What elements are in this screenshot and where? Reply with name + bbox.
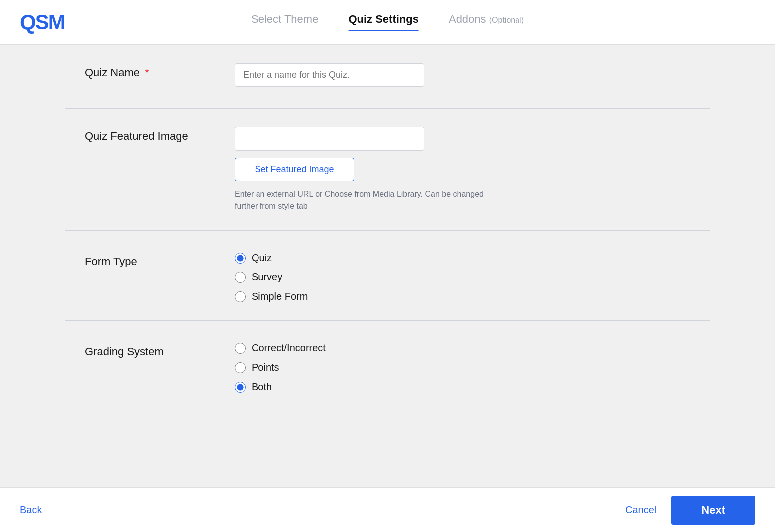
form-type-label: Form Type — [85, 252, 235, 268]
form-type-survey-option[interactable]: Survey — [235, 271, 690, 283]
main-content: Quiz Name * Quiz Featured Image Set Feat… — [0, 45, 775, 487]
featured-image-content: Set Featured Image Enter an external URL… — [235, 127, 690, 212]
quiz-name-content — [235, 63, 690, 87]
next-button[interactable]: Next — [671, 496, 755, 525]
cancel-button[interactable]: Cancel — [625, 504, 656, 516]
page-footer: Back Cancel Next — [0, 487, 775, 532]
grading-both-radio[interactable] — [235, 382, 246, 393]
main-navigation: Select Theme Quiz Settings Addons (Optio… — [251, 13, 524, 31]
featured-image-row: Quiz Featured Image Set Featured Image E… — [65, 108, 710, 231]
featured-image-label: Quiz Featured Image — [85, 127, 235, 143]
qsm-logo: QSM — [20, 10, 65, 34]
form-type-simple-form-radio[interactable] — [235, 291, 246, 302]
set-featured-image-button[interactable]: Set Featured Image — [235, 158, 354, 181]
form-type-quiz-radio[interactable] — [235, 253, 246, 264]
form-type-survey-radio[interactable] — [235, 272, 246, 283]
form-type-simple-form-option[interactable]: Simple Form — [235, 291, 690, 302]
grading-both-option[interactable]: Both — [235, 381, 690, 393]
form-type-row: Form Type Quiz Survey Simple Form — [65, 234, 710, 321]
grading-system-label: Grading System — [85, 342, 235, 358]
grading-correct-incorrect-radio[interactable] — [235, 343, 246, 354]
featured-image-helper-text: Enter an external URL or Choose from Med… — [235, 188, 494, 212]
grading-points-option[interactable]: Points — [235, 362, 690, 373]
form-type-content: Quiz Survey Simple Form — [235, 252, 690, 302]
form-type-quiz-option[interactable]: Quiz — [235, 252, 690, 264]
tab-addons[interactable]: Addons (Optional) — [449, 13, 524, 31]
grading-system-row: Grading System Correct/Incorrect Points … — [65, 324, 710, 411]
back-button[interactable]: Back — [20, 504, 42, 516]
grading-system-radio-group: Correct/Incorrect Points Both — [235, 342, 690, 393]
form-type-radio-group: Quiz Survey Simple Form — [235, 252, 690, 302]
tab-select-theme[interactable]: Select Theme — [251, 13, 318, 31]
footer-right-actions: Cancel Next — [625, 496, 755, 525]
featured-image-url-input[interactable] — [235, 127, 424, 151]
tab-quiz-settings[interactable]: Quiz Settings — [348, 13, 419, 31]
quiz-name-row: Quiz Name * — [65, 45, 710, 105]
grading-system-content: Correct/Incorrect Points Both — [235, 342, 690, 393]
grading-points-radio[interactable] — [235, 362, 246, 373]
quiz-name-label: Quiz Name * — [85, 63, 235, 79]
required-indicator: * — [145, 66, 149, 79]
quiz-name-input[interactable] — [235, 63, 424, 87]
grading-correct-incorrect-option[interactable]: Correct/Incorrect — [235, 342, 690, 354]
